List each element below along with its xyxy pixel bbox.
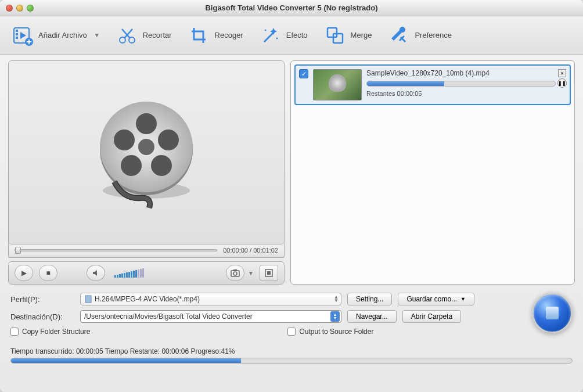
copy-folder-structure-label: Copy Folder Structure — [22, 328, 90, 336]
merge-label: Merge — [351, 31, 372, 39]
destination-path: /Users/ontecnia/Movies/Bigasoft Total Vi… — [84, 312, 253, 321]
svg-point-20 — [114, 130, 135, 150]
fullscreen-button[interactable] — [260, 265, 278, 281]
svg-rect-26 — [85, 296, 91, 303]
video-preview — [8, 60, 285, 244]
file-remaining: Restantes 00:00:05 — [366, 90, 566, 97]
file-progress-bar — [366, 81, 556, 87]
stop-button[interactable]: ■ — [39, 265, 57, 281]
list-item[interactable]: ✓ SampleVideo_1280x720_10mb (4).mp4 ❚❚ R… — [294, 64, 571, 105]
volume-button[interactable] — [87, 265, 105, 281]
svg-marker-4 — [20, 32, 26, 39]
svg-rect-25 — [267, 271, 271, 275]
effect-label: Efecto — [286, 31, 308, 39]
film-reel-icon — [88, 95, 204, 211]
add-file-button[interactable]: Añadir Archivo ▼ — [12, 24, 100, 46]
app-window: Bigasoft Total Video Converter 5 (No reg… — [0, 0, 583, 392]
status-text: Tiempo transcurrido: 00:00:05 Tiempo Res… — [10, 347, 573, 355]
remove-file-button[interactable]: × — [558, 69, 566, 77]
time-display: 00:00:00 / 00:01:02 — [223, 247, 278, 254]
player-controls: ▶ ■ ▼ — [8, 261, 285, 285]
preference-button[interactable]: Preference — [388, 24, 452, 46]
preview-timeline: 00:00:00 / 00:01:02 — [8, 243, 285, 258]
setting-button[interactable]: Setting... — [347, 293, 392, 305]
total-progress-bar — [10, 358, 573, 364]
copy-folder-structure-checkbox[interactable] — [10, 328, 19, 336]
crop-button[interactable]: Recoger — [188, 24, 243, 46]
chevron-down-icon[interactable]: ▼ — [248, 270, 254, 276]
preference-label: Preference — [415, 31, 452, 39]
pause-button[interactable]: ❚❚ — [557, 78, 567, 88]
svg-rect-10 — [328, 28, 337, 37]
effect-button[interactable]: Efecto — [260, 24, 308, 46]
add-file-icon — [12, 24, 34, 46]
trim-button[interactable]: Recortar — [116, 24, 172, 46]
crop-icon — [188, 24, 210, 46]
svg-point-17 — [158, 130, 179, 150]
svg-rect-11 — [333, 34, 343, 43]
wand-icon — [260, 24, 282, 46]
tools-icon — [388, 24, 410, 46]
seek-slider[interactable] — [15, 249, 217, 251]
browse-button[interactable]: Navegar... — [347, 310, 397, 323]
profile-value: H.264/MPEG-4 AVC Video(*.mp4) — [95, 295, 200, 303]
toolbar: Añadir Archivo ▼ Recortar Recoger Efecto — [0, 16, 583, 55]
chevron-down-icon: ▼ — [94, 32, 100, 38]
svg-rect-2 — [16, 33, 18, 35]
svg-point-19 — [121, 155, 142, 176]
save-as-button[interactable]: Guardar como... ▼ — [398, 293, 474, 305]
destination-label: Destinación(D): — [10, 312, 74, 321]
svg-point-16 — [136, 113, 157, 134]
updown-icon: ▲▼ — [330, 311, 340, 322]
svg-point-15 — [138, 139, 154, 155]
file-name: SampleVideo_1280x720_10mb (4).mp4 — [366, 69, 566, 77]
file-icon — [84, 295, 92, 303]
convert-button[interactable] — [532, 293, 573, 333]
svg-point-9 — [276, 37, 278, 39]
svg-point-22 — [233, 272, 237, 275]
status-bar: Tiempo transcurrido: 00:00:05 Tiempo Res… — [0, 345, 583, 368]
file-checkbox[interactable]: ✓ — [299, 69, 308, 78]
merge-button[interactable]: Merge — [324, 24, 372, 46]
profile-label: Perfil(P): — [10, 295, 74, 304]
add-file-label: Añadir Archivo — [38, 31, 87, 39]
open-folder-button[interactable]: Abrir Carpeta — [402, 310, 461, 323]
crop-label: Recoger — [215, 31, 243, 39]
merge-icon — [324, 24, 346, 46]
svg-point-8 — [264, 29, 266, 31]
scissors-icon — [116, 24, 138, 46]
snapshot-button[interactable] — [226, 265, 244, 281]
destination-input[interactable]: /Users/ontecnia/Movies/Bigasoft Total Vi… — [80, 310, 341, 323]
svg-rect-3 — [16, 37, 18, 39]
titlebar: Bigasoft Total Video Converter 5 (No reg… — [0, 0, 583, 16]
output-to-source-checkbox[interactable] — [287, 328, 296, 336]
output-to-source-label: Output to Source Folder — [299, 328, 373, 336]
volume-slider[interactable] — [114, 268, 144, 278]
svg-rect-1 — [16, 30, 18, 32]
window-title: Bigasoft Total Video Converter 5 (No reg… — [0, 3, 583, 12]
svg-point-18 — [151, 155, 172, 176]
trim-label: Recortar — [143, 31, 172, 39]
updown-icon: ▲▼ — [334, 296, 339, 303]
svg-rect-23 — [233, 269, 237, 271]
video-thumbnail — [313, 69, 362, 100]
play-button[interactable]: ▶ — [15, 265, 33, 281]
file-list: ✓ SampleVideo_1280x720_10mb (4).mp4 ❚❚ R… — [290, 60, 575, 285]
profile-combo[interactable]: H.264/MPEG-4 AVC Video(*.mp4) ▲▼ — [80, 293, 341, 305]
